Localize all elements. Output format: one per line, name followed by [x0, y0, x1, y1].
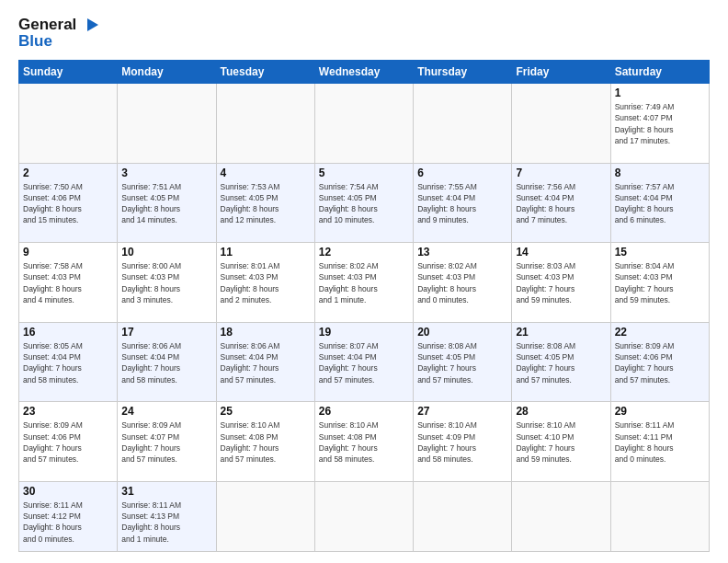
day-number: 2 [23, 167, 113, 179]
calendar-cell: 25Sunrise: 8:10 AMSunset: 4:08 PMDayligh… [216, 402, 314, 482]
day-info: Sunrise: 8:02 AMSunset: 4:03 PMDaylight:… [417, 260, 507, 305]
day-info: Sunrise: 8:08 AMSunset: 4:05 PMDaylight:… [417, 340, 507, 385]
logo-container: General Blue [18, 15, 98, 51]
day-info: Sunrise: 8:00 AMSunset: 4:03 PMDaylight:… [121, 260, 211, 305]
calendar-cell: 30Sunrise: 8:11 AMSunset: 4:12 PMDayligh… [19, 481, 118, 551]
day-number: 22 [615, 326, 705, 339]
day-number: 3 [121, 167, 211, 179]
day-number: 16 [23, 326, 113, 339]
calendar-page: General Blue SundayMondayTuesdayWednesda… [0, 0, 728, 563]
day-number: 31 [121, 485, 211, 498]
calendar-cell [216, 84, 314, 164]
day-info: Sunrise: 8:10 AMSunset: 4:10 PMDaylight:… [516, 419, 606, 465]
day-number: 20 [417, 326, 507, 339]
day-number: 29 [615, 405, 705, 418]
day-number: 7 [516, 167, 606, 179]
logo-bird-icon [78, 15, 98, 35]
day-number: 21 [516, 326, 606, 339]
calendar-cell: 23Sunrise: 8:09 AMSunset: 4:06 PMDayligh… [19, 402, 118, 482]
calendar-cell: 21Sunrise: 8:08 AMSunset: 4:05 PMDayligh… [512, 322, 610, 402]
day-info: Sunrise: 8:06 AMSunset: 4:04 PMDaylight:… [221, 340, 311, 385]
calendar-cell [414, 84, 512, 164]
calendar-cell: 28Sunrise: 8:10 AMSunset: 4:10 PMDayligh… [512, 402, 610, 482]
day-info: Sunrise: 7:50 AMSunset: 4:06 PMDaylight:… [23, 181, 113, 226]
day-number: 10 [121, 246, 211, 259]
day-number: 28 [516, 405, 606, 418]
day-info: Sunrise: 8:03 AMSunset: 4:03 PMDaylight:… [516, 260, 606, 305]
calendar-cell: 22Sunrise: 8:09 AMSunset: 4:06 PMDayligh… [610, 322, 709, 402]
day-info: Sunrise: 8:10 AMSunset: 4:08 PMDaylight:… [221, 419, 311, 465]
day-info: Sunrise: 7:58 AMSunset: 4:03 PMDaylight:… [23, 260, 113, 305]
day-info: Sunrise: 7:57 AMSunset: 4:04 PMDaylight:… [615, 181, 705, 226]
calendar-cell: 17Sunrise: 8:06 AMSunset: 4:04 PMDayligh… [118, 322, 216, 402]
weekday-header-monday: Monday [118, 61, 216, 84]
svg-marker-0 [87, 18, 98, 31]
day-number: 19 [319, 326, 409, 339]
calendar-table: SundayMondayTuesdayWednesdayThursdayFrid… [18, 60, 710, 552]
day-info: Sunrise: 8:11 AMSunset: 4:11 PMDaylight:… [615, 419, 705, 465]
day-info: Sunrise: 8:11 AMSunset: 4:13 PMDaylight:… [121, 500, 211, 545]
calendar-cell: 31Sunrise: 8:11 AMSunset: 4:13 PMDayligh… [118, 481, 216, 551]
calendar-cell [512, 84, 610, 164]
day-number: 9 [23, 246, 113, 259]
weekday-header-saturday: Saturday [610, 61, 709, 84]
day-number: 13 [417, 246, 507, 259]
calendar-cell: 12Sunrise: 8:02 AMSunset: 4:03 PMDayligh… [314, 243, 413, 323]
logo-text-general: General [18, 16, 76, 34]
calendar-cell [414, 481, 512, 551]
calendar-cell: 5Sunrise: 7:54 AMSunset: 4:05 PMDaylight… [314, 163, 413, 243]
calendar-cell [314, 84, 413, 164]
day-info: Sunrise: 8:01 AMSunset: 4:03 PMDaylight:… [221, 260, 311, 305]
day-info: Sunrise: 7:51 AMSunset: 4:05 PMDaylight:… [121, 181, 211, 226]
day-number: 26 [319, 405, 409, 418]
calendar-cell: 16Sunrise: 8:05 AMSunset: 4:04 PMDayligh… [19, 322, 118, 402]
weekday-header-friday: Friday [512, 61, 610, 84]
day-info: Sunrise: 8:04 AMSunset: 4:03 PMDaylight:… [615, 260, 705, 305]
day-number: 14 [516, 246, 606, 259]
calendar-cell: 27Sunrise: 8:10 AMSunset: 4:09 PMDayligh… [414, 402, 512, 482]
page-header: General Blue [18, 15, 710, 51]
day-info: Sunrise: 8:07 AMSunset: 4:04 PMDaylight:… [319, 340, 409, 385]
day-number: 12 [319, 246, 409, 259]
day-number: 23 [23, 405, 113, 418]
day-number: 6 [417, 167, 507, 179]
weekday-header-sunday: Sunday [19, 61, 118, 84]
day-info: Sunrise: 8:10 AMSunset: 4:09 PMDaylight:… [417, 419, 507, 465]
day-info: Sunrise: 8:06 AMSunset: 4:04 PMDaylight:… [121, 340, 211, 385]
calendar-cell [314, 481, 413, 551]
day-number: 8 [615, 167, 705, 179]
day-info: Sunrise: 7:49 AMSunset: 4:07 PMDaylight:… [615, 101, 705, 146]
day-info: Sunrise: 8:09 AMSunset: 4:07 PMDaylight:… [121, 419, 211, 465]
day-info: Sunrise: 8:09 AMSunset: 4:06 PMDaylight:… [615, 340, 705, 385]
day-number: 25 [221, 405, 311, 418]
day-info: Sunrise: 7:54 AMSunset: 4:05 PMDaylight:… [319, 181, 409, 226]
weekday-header-thursday: Thursday [414, 61, 512, 84]
day-info: Sunrise: 7:56 AMSunset: 4:04 PMDaylight:… [516, 181, 606, 226]
calendar-cell: 9Sunrise: 7:58 AMSunset: 4:03 PMDaylight… [19, 243, 118, 323]
day-number: 27 [417, 405, 507, 418]
calendar-cell [118, 84, 216, 164]
calendar-cell: 15Sunrise: 8:04 AMSunset: 4:03 PMDayligh… [610, 243, 709, 323]
day-info: Sunrise: 8:08 AMSunset: 4:05 PMDaylight:… [516, 340, 606, 385]
calendar-cell: 2Sunrise: 7:50 AMSunset: 4:06 PMDaylight… [19, 163, 118, 243]
calendar-cell: 7Sunrise: 7:56 AMSunset: 4:04 PMDaylight… [512, 163, 610, 243]
day-info: Sunrise: 7:53 AMSunset: 4:05 PMDaylight:… [221, 181, 311, 226]
day-info: Sunrise: 8:02 AMSunset: 4:03 PMDaylight:… [319, 260, 409, 305]
day-info: Sunrise: 7:55 AMSunset: 4:04 PMDaylight:… [417, 181, 507, 226]
calendar-cell [216, 481, 314, 551]
calendar-cell: 29Sunrise: 8:11 AMSunset: 4:11 PMDayligh… [610, 402, 709, 482]
day-number: 1 [615, 86, 705, 99]
calendar-cell: 19Sunrise: 8:07 AMSunset: 4:04 PMDayligh… [314, 322, 413, 402]
calendar-cell: 6Sunrise: 7:55 AMSunset: 4:04 PMDaylight… [414, 163, 512, 243]
day-info: Sunrise: 8:05 AMSunset: 4:04 PMDaylight:… [23, 340, 113, 385]
calendar-cell [512, 481, 610, 551]
calendar-cell: 20Sunrise: 8:08 AMSunset: 4:05 PMDayligh… [414, 322, 512, 402]
calendar-cell: 4Sunrise: 7:53 AMSunset: 4:05 PMDaylight… [216, 163, 314, 243]
logo: General Blue [18, 15, 98, 51]
calendar-cell: 13Sunrise: 8:02 AMSunset: 4:03 PMDayligh… [414, 243, 512, 323]
weekday-header-tuesday: Tuesday [216, 61, 314, 84]
calendar-cell: 24Sunrise: 8:09 AMSunset: 4:07 PMDayligh… [118, 402, 216, 482]
day-number: 18 [221, 326, 311, 339]
calendar-cell: 1Sunrise: 7:49 AMSunset: 4:07 PMDaylight… [610, 84, 709, 164]
calendar-cell: 11Sunrise: 8:01 AMSunset: 4:03 PMDayligh… [216, 243, 314, 323]
